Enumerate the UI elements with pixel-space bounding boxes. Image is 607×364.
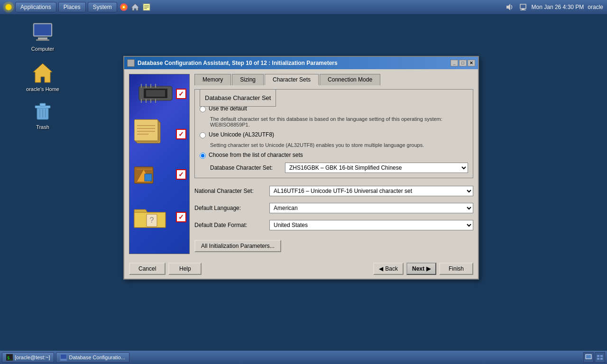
default-language-label: Default Language: bbox=[194, 205, 266, 211]
oracle-home-label: oracle's Home bbox=[26, 86, 59, 92]
tab-sizing[interactable]: Sizing bbox=[232, 74, 264, 85]
svg-rect-55 bbox=[600, 358, 603, 360]
taskbar-bottom-right bbox=[583, 352, 605, 363]
desktop-trash-icon[interactable]: Trash bbox=[24, 100, 62, 130]
desktop-computer-icon[interactable]: Computer bbox=[24, 21, 62, 52]
document-icon-1 bbox=[134, 117, 172, 147]
default-date-select[interactable]: United States bbox=[269, 220, 473, 230]
radio-unicode-desc: Setting character set to Unicode (AL32UT… bbox=[210, 142, 468, 148]
db-charset-label: Database Character Set: bbox=[210, 164, 281, 171]
window-list-icon[interactable] bbox=[595, 352, 605, 363]
svg-marker-8 bbox=[506, 4, 510, 10]
radio-choose-label[interactable]: Choose from the list of character sets bbox=[209, 152, 303, 158]
dialog-footer: Cancel Help ◀ Back Next ▶ Finish bbox=[124, 259, 478, 279]
firefox-icon[interactable] bbox=[119, 2, 129, 12]
svg-text:?: ? bbox=[150, 216, 154, 224]
bottom-fields: National Character Set: AL16UTF16 – Unic… bbox=[194, 184, 473, 232]
system-menu[interactable]: System bbox=[88, 2, 117, 12]
radio-unicode-label[interactable]: Use Unicode (AL32UTF8) bbox=[209, 131, 274, 138]
edit-icon[interactable] bbox=[142, 2, 151, 12]
radio-choose-row: Choose from the list of character sets bbox=[200, 152, 468, 159]
default-language-select[interactable]: American bbox=[269, 203, 473, 213]
svg-rect-9 bbox=[520, 4, 526, 9]
datetime: Mon Jan 26 4:30 PM bbox=[532, 4, 584, 10]
svg-rect-14 bbox=[38, 37, 47, 39]
svg-marker-3 bbox=[131, 4, 139, 10]
dialog-taskbar-icon bbox=[60, 354, 67, 361]
next-button[interactable]: Next ▶ bbox=[406, 263, 436, 275]
show-desktop-icon[interactable] bbox=[583, 352, 594, 363]
sun-icon bbox=[4, 2, 13, 12]
radio-default[interactable] bbox=[200, 106, 206, 112]
national-charset-row: National Character Set: AL16UTF16 – Unic… bbox=[194, 186, 473, 196]
charset-group-label: Database Character Set bbox=[200, 89, 276, 107]
oracle-home-image bbox=[31, 62, 54, 84]
close-button[interactable]: ✕ bbox=[468, 60, 475, 66]
national-charset-select[interactable]: AL16UTF16 – Unicode UTF-16 Universal cha… bbox=[269, 186, 473, 196]
network-icon[interactable] bbox=[518, 2, 528, 12]
tab-memory[interactable]: Memory bbox=[194, 74, 231, 85]
home-icon[interactable] bbox=[130, 2, 140, 12]
charset-group: Database Character Set Use the default T… bbox=[194, 89, 473, 178]
taskbar-top-left: Applications Places System bbox=[4, 2, 151, 12]
back-label: Back bbox=[385, 265, 398, 272]
right-panel: Memory Sizing Character Sets Connection … bbox=[194, 74, 473, 254]
init-params-row: All Initialization Parameters... bbox=[194, 236, 473, 254]
maximize-button[interactable]: □ bbox=[459, 60, 467, 66]
svg-rect-15 bbox=[36, 39, 49, 41]
help-button[interactable]: Help bbox=[168, 263, 202, 275]
folder-icon: ? bbox=[133, 205, 169, 232]
svg-rect-19 bbox=[40, 103, 46, 106]
terminal-taskbar-item[interactable]: $_ [oracle@test:~] bbox=[2, 352, 54, 363]
checkmark-3: ✓ bbox=[176, 169, 186, 180]
radio-unicode-row: Use Unicode (AL32UTF8) bbox=[200, 131, 468, 138]
taskbar-top-right: Mon Jan 26 4:30 PM oracle bbox=[505, 2, 603, 12]
footer-right-buttons: ◀ Back Next ▶ Finish bbox=[373, 263, 473, 275]
minimize-button[interactable]: _ bbox=[451, 60, 458, 66]
finish-button[interactable]: Finish bbox=[439, 263, 473, 275]
national-charset-label: National Character Set: bbox=[194, 188, 266, 194]
chip-icon-1 bbox=[137, 84, 175, 103]
tab-connection-mode[interactable]: Connection Mode bbox=[320, 74, 380, 85]
checkmark-2: ✓ bbox=[176, 129, 186, 139]
computer-image bbox=[31, 21, 54, 44]
back-button[interactable]: ◀ Back bbox=[373, 263, 404, 275]
trash-label: Trash bbox=[36, 124, 49, 130]
next-label: Next bbox=[412, 265, 424, 272]
cancel-button[interactable]: Cancel bbox=[129, 263, 166, 275]
radio-choose[interactable] bbox=[200, 153, 206, 159]
all-init-params-button[interactable]: All Initialization Parameters... bbox=[194, 240, 281, 252]
radio-unicode[interactable] bbox=[200, 132, 206, 138]
dialog-title: Database Configuration Assistant, Step 1… bbox=[138, 60, 338, 66]
applications-menu[interactable]: Applications bbox=[15, 2, 56, 12]
db-charset-select[interactable]: ZHS16GBK – GBK 16-bit Simplified Chinese bbox=[285, 163, 468, 173]
tab-character-sets[interactable]: Character Sets bbox=[265, 74, 319, 85]
svg-text:$_: $_ bbox=[7, 355, 12, 360]
next-arrow-icon: ▶ bbox=[426, 265, 431, 272]
svg-rect-51 bbox=[586, 355, 591, 359]
svg-rect-13 bbox=[34, 24, 51, 36]
default-date-label: Default Date Format: bbox=[194, 222, 266, 228]
sound-icon[interactable] bbox=[505, 2, 515, 12]
dialog-taskbar-label: Database Configuratio... bbox=[69, 355, 125, 360]
dialog-titlebar: Database Configuration Assistant, Step 1… bbox=[124, 57, 478, 69]
checkmark-1: ✓ bbox=[176, 89, 186, 99]
svg-rect-25 bbox=[146, 90, 165, 97]
dialog-app-icon bbox=[127, 59, 135, 67]
shapes-icon bbox=[134, 162, 167, 187]
svg-rect-36 bbox=[134, 119, 158, 141]
places-menu[interactable]: Places bbox=[58, 2, 86, 12]
footer-left-buttons: Cancel Help bbox=[129, 263, 202, 275]
svg-rect-50 bbox=[61, 355, 66, 359]
back-arrow-icon: ◀ bbox=[379, 265, 383, 272]
dialog-taskbar-item[interactable]: Database Configuratio... bbox=[56, 352, 129, 363]
left-panel: ✓ ✓ bbox=[129, 74, 190, 254]
checkmark-4: ✓ bbox=[176, 212, 186, 222]
db-charset-row: Database Character Set: ZHS16GBK – GBK 1… bbox=[210, 163, 468, 173]
terminal-label: [oracle@test:~] bbox=[15, 355, 50, 360]
username: oracle bbox=[588, 4, 603, 10]
titlebar-left: Database Configuration Assistant, Step 1… bbox=[127, 59, 338, 67]
terminal-icon: $_ bbox=[6, 354, 13, 361]
desktop-oracle-home-icon[interactable]: oracle's Home bbox=[24, 62, 62, 92]
svg-rect-43 bbox=[145, 174, 152, 181]
